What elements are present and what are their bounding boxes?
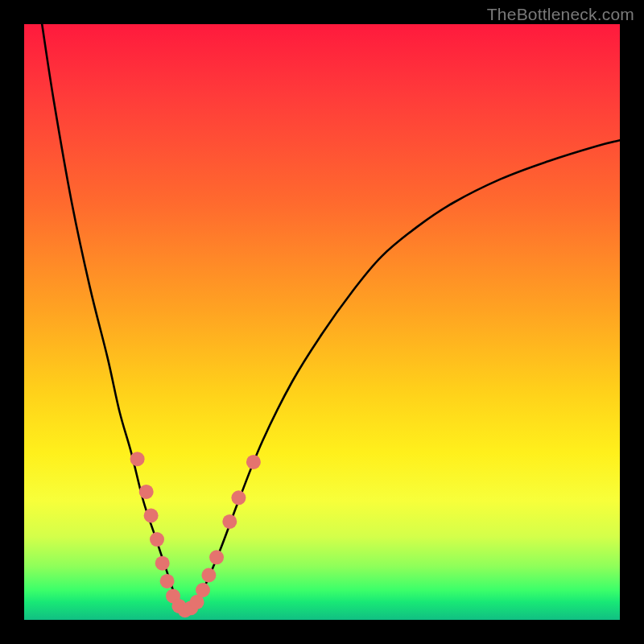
- curve-marker: [139, 485, 154, 499]
- curve-marker: [231, 490, 246, 505]
- chart-frame: TheBottleneck.com: [0, 0, 644, 644]
- curve-marker: [130, 452, 145, 466]
- curve-marker: [150, 532, 164, 547]
- chart-svg: [24, 24, 620, 620]
- curve-marker: [246, 455, 261, 469]
- curve-marker: [196, 583, 210, 597]
- curve-marker: [160, 574, 175, 588]
- curve-marker: [155, 556, 170, 571]
- curve-marker: [201, 568, 216, 583]
- watermark-text: TheBottleneck.com: [487, 5, 634, 24]
- curve-markers: [130, 452, 261, 617]
- curve-marker: [209, 550, 224, 564]
- curve-line: [42, 24, 620, 610]
- curve-marker: [144, 509, 159, 523]
- plot-area: [24, 24, 620, 620]
- curve-marker: [222, 514, 237, 529]
